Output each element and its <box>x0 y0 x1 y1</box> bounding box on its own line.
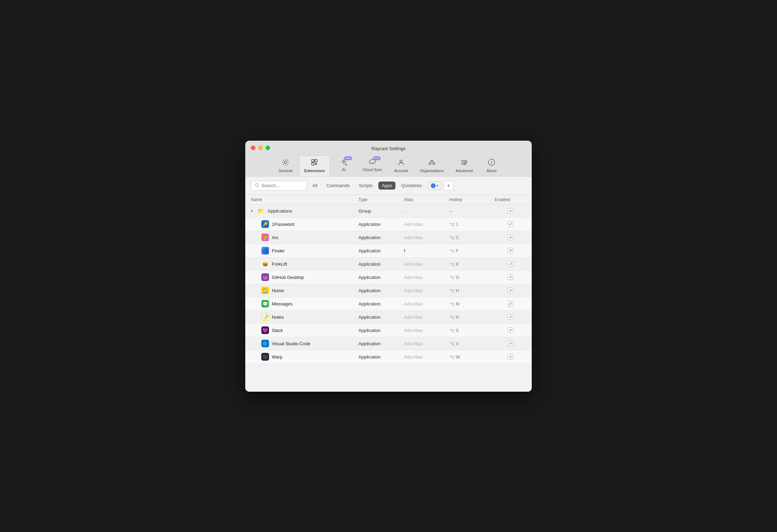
row-type: Application <box>358 328 404 333</box>
toolbar-item-about[interactable]: About <box>479 155 504 176</box>
toolbar-item-ai[interactable]: Pro AI <box>332 155 356 176</box>
row-enabled[interactable] <box>495 314 526 320</box>
enabled-checkbox[interactable] <box>508 221 513 227</box>
row-enabled[interactable] <box>495 221 526 227</box>
extensions-label: Extensions <box>304 169 325 173</box>
table-row[interactable]: 🔷 Visual Studio Code Application Add Ali… <box>245 337 532 350</box>
main-window: Raycast Settings General <box>245 141 532 392</box>
header-name: Name <box>251 197 358 202</box>
row-alias[interactable]: Add Alias <box>404 315 449 320</box>
row-enabled[interactable] <box>495 288 526 293</box>
row-alias[interactable]: Add Alias <box>404 235 449 240</box>
row-enabled[interactable] <box>495 327 526 333</box>
tab-apps[interactable]: Apps <box>378 182 396 190</box>
row-alias[interactable]: Add Alias <box>404 222 449 227</box>
tab-scripts[interactable]: Scripts <box>355 182 376 190</box>
row-type: Application <box>358 261 404 267</box>
row-type: Application <box>358 288 404 293</box>
account-icon <box>397 158 405 167</box>
about-label: About <box>487 169 497 173</box>
toolbar-item-account[interactable]: Account <box>389 155 413 176</box>
row-type: Application <box>358 301 404 306</box>
table-row[interactable]: 🐙 GitHub Desktop Application Add Alias ⌥… <box>245 271 532 284</box>
row-enabled[interactable] <box>495 261 526 267</box>
enabled-checkbox[interactable] <box>508 208 513 214</box>
table-row[interactable]: 💜 Slack Application Add Alias ⌥ S <box>245 324 532 337</box>
enabled-checkbox[interactable] <box>508 301 513 306</box>
row-alias[interactable]: Add Alias <box>404 354 449 360</box>
row-hotkey: ⌥ 1 <box>449 222 495 227</box>
blue-dot-icon <box>431 183 436 188</box>
enabled-checkbox[interactable] <box>508 341 513 346</box>
app-icon-home: 🏠 <box>261 287 269 294</box>
enabled-checkbox[interactable] <box>508 274 513 280</box>
toolbar-item-cloud-sync[interactable]: Pro Cloud Sync <box>357 155 387 176</box>
row-enabled[interactable] <box>495 354 526 360</box>
toolbar-item-advanced[interactable]: Advanced <box>450 155 478 176</box>
minimize-button[interactable] <box>258 146 263 150</box>
row-alias[interactable]: f <box>404 248 449 253</box>
icon-filter-button[interactable]: ▾ <box>428 182 442 190</box>
row-alias[interactable]: Add Alias <box>404 328 449 333</box>
toolbar-item-extensions[interactable]: Extensions <box>299 155 330 176</box>
row-alias[interactable]: Add Alias <box>404 341 449 346</box>
row-hotkey: ⌥ W <box>449 354 495 360</box>
table-row[interactable]: 🔵 Finder Application f ⌥ F <box>245 244 532 258</box>
enabled-checkbox[interactable] <box>508 235 513 240</box>
add-button[interactable]: + <box>444 181 453 191</box>
row-type: Application <box>358 235 404 240</box>
tab-quicklinks[interactable]: Quicklinks <box>398 182 425 190</box>
extensions-table: Name Type Alias Hotkey Enabled ▾ 📁 Appli… <box>245 195 532 364</box>
app-icon-vscode: 🔷 <box>261 340 269 347</box>
table-row[interactable]: 💬 Messages Application Add Alias ⌥ M <box>245 297 532 311</box>
enabled-checkbox[interactable] <box>508 261 513 267</box>
row-hotkey: ⌥ F <box>449 248 495 253</box>
enabled-checkbox[interactable] <box>508 248 513 253</box>
cloud-sync-label: Cloud Sync <box>363 168 382 172</box>
row-enabled[interactable] <box>495 235 526 240</box>
extensions-icon <box>311 158 318 167</box>
table-row[interactable]: 📝 Notes Application Add Alias ⌥ N <box>245 311 532 324</box>
enabled-checkbox[interactable] <box>508 314 513 320</box>
row-enabled[interactable] <box>495 274 526 280</box>
row-type: Application <box>358 354 404 360</box>
table-row[interactable]: 🔑 1Password Application Add Alias ⌥ 1 <box>245 218 532 231</box>
row-alias[interactable]: Add Alias <box>404 275 449 280</box>
general-label: General <box>279 169 292 173</box>
row-name: 💬 Messages <box>251 300 358 308</box>
close-button[interactable] <box>251 146 255 150</box>
table-row[interactable]: 📦 ForkLift Application Add Alias ⌥ K <box>245 258 532 271</box>
row-enabled[interactable] <box>495 301 526 306</box>
enabled-checkbox[interactable] <box>508 288 513 293</box>
search-icon <box>255 183 259 189</box>
enabled-checkbox[interactable] <box>508 354 513 360</box>
tab-all[interactable]: All <box>309 182 321 190</box>
table-row[interactable]: ▾ 📁 Applications Group -- -- <box>245 205 532 218</box>
svg-point-7 <box>433 163 435 164</box>
enabled-checkbox[interactable] <box>508 327 513 333</box>
maximize-button[interactable] <box>266 146 270 150</box>
row-alias[interactable]: Add Alias <box>404 261 449 267</box>
row-hotkey: ⌥ K <box>449 261 495 267</box>
row-enabled[interactable] <box>495 208 526 214</box>
table-header: Name Type Alias Hotkey Enabled <box>245 195 532 205</box>
row-enabled[interactable] <box>495 341 526 346</box>
row-alias[interactable]: Add Alias <box>404 301 449 306</box>
search-box[interactable] <box>251 181 307 191</box>
toolbar-item-general[interactable]: General <box>273 155 298 176</box>
row-alias[interactable]: Add Alias <box>404 288 449 293</box>
table-row[interactable]: 🌈 Arc Application Add Alias ⌥ C <box>245 231 532 244</box>
row-name: 🔷 Visual Studio Code <box>251 340 358 347</box>
table-row[interactable]: 🏠 Home Application Add Alias ⌥ H <box>245 284 532 297</box>
row-name: ⬛ Warp <box>251 353 358 361</box>
header-type: Type <box>358 197 404 202</box>
tab-commands[interactable]: Commands <box>323 182 353 190</box>
search-input[interactable] <box>261 183 303 188</box>
advanced-label: Advanced <box>456 169 473 173</box>
toolbar-item-organizations[interactable]: Organizations <box>415 155 449 176</box>
ai-icon-wrapper: Pro <box>340 158 348 166</box>
table-row[interactable]: ⬛ Warp Application Add Alias ⌥ W <box>245 350 532 364</box>
row-enabled[interactable] <box>495 248 526 253</box>
empty-space <box>245 364 532 392</box>
folder-icon: 📁 <box>257 207 265 215</box>
